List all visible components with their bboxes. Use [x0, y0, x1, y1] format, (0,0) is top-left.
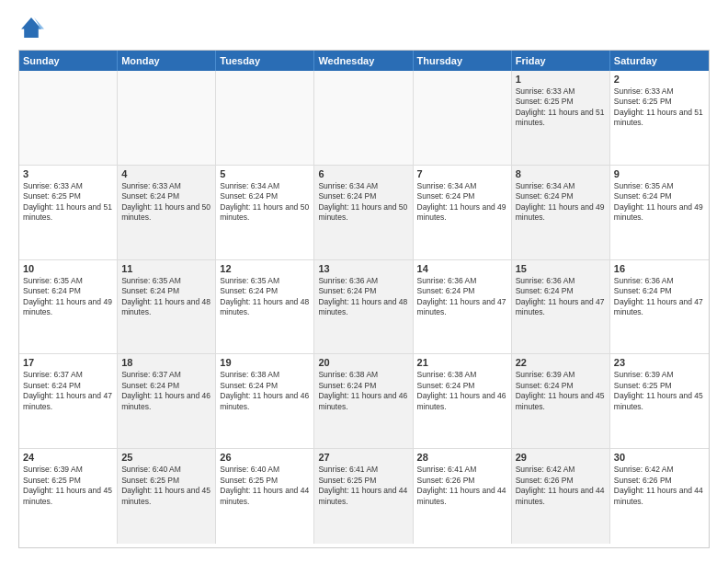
calendar-cell: 6Sunrise: 6:34 AM Sunset: 6:24 PM Daylig… — [314, 166, 413, 259]
day-info: Sunrise: 6:34 AM Sunset: 6:24 PM Dayligh… — [417, 181, 507, 224]
day-info: Sunrise: 6:34 AM Sunset: 6:24 PM Dayligh… — [516, 181, 606, 224]
day-number: 30 — [614, 452, 705, 463]
header-day-saturday: Saturday — [610, 51, 709, 71]
day-info: Sunrise: 6:41 AM Sunset: 6:26 PM Dayligh… — [417, 465, 507, 507]
day-number: 3 — [23, 168, 113, 179]
logo-icon — [18, 15, 44, 40]
calendar-cell: 12Sunrise: 6:35 AM Sunset: 6:24 PM Dayli… — [216, 260, 314, 354]
calendar-cell: 27Sunrise: 6:41 AM Sunset: 6:25 PM Dayli… — [314, 449, 413, 544]
page: SundayMondayTuesdayWednesdayThursdayFrid… — [0, 0, 728, 563]
day-number: 23 — [614, 357, 705, 368]
calendar-cell: 23Sunrise: 6:39 AM Sunset: 6:25 PM Dayli… — [610, 354, 709, 448]
day-info: Sunrise: 6:36 AM Sunset: 6:24 PM Dayligh… — [516, 276, 606, 318]
day-info: Sunrise: 6:35 AM Sunset: 6:24 PM Dayligh… — [614, 181, 705, 224]
calendar-cell: 3Sunrise: 6:33 AM Sunset: 6:25 PM Daylig… — [19, 166, 118, 259]
header-day-thursday: Thursday — [414, 51, 512, 71]
day-info: Sunrise: 6:37 AM Sunset: 6:24 PM Dayligh… — [121, 370, 211, 412]
calendar-cell: 9Sunrise: 6:35 AM Sunset: 6:24 PM Daylig… — [610, 166, 709, 259]
calendar-week-5: 24Sunrise: 6:39 AM Sunset: 6:25 PM Dayli… — [19, 449, 709, 544]
calendar-cell: 20Sunrise: 6:38 AM Sunset: 6:24 PM Dayli… — [314, 354, 413, 448]
calendar-cell: 29Sunrise: 6:42 AM Sunset: 6:26 PM Dayli… — [512, 449, 610, 544]
calendar-cell — [118, 71, 216, 165]
day-info: Sunrise: 6:36 AM Sunset: 6:24 PM Dayligh… — [614, 276, 705, 318]
day-number: 17 — [23, 357, 113, 368]
day-info: Sunrise: 6:42 AM Sunset: 6:26 PM Dayligh… — [516, 465, 606, 507]
calendar: SundayMondayTuesdayWednesdayThursdayFrid… — [18, 50, 710, 548]
calendar-cell: 18Sunrise: 6:37 AM Sunset: 6:24 PM Dayli… — [118, 354, 216, 448]
day-number: 10 — [23, 263, 113, 274]
day-number: 29 — [516, 452, 606, 463]
header-day-tuesday: Tuesday — [216, 51, 314, 71]
day-number: 15 — [516, 263, 606, 274]
calendar-week-1: 1Sunrise: 6:33 AM Sunset: 6:25 PM Daylig… — [19, 71, 709, 166]
calendar-cell: 24Sunrise: 6:39 AM Sunset: 6:25 PM Dayli… — [19, 449, 118, 544]
day-info: Sunrise: 6:34 AM Sunset: 6:24 PM Dayligh… — [220, 181, 310, 224]
day-number: 14 — [417, 263, 507, 274]
calendar-cell: 25Sunrise: 6:40 AM Sunset: 6:25 PM Dayli… — [118, 449, 216, 544]
day-number: 24 — [23, 452, 113, 463]
calendar-cell: 8Sunrise: 6:34 AM Sunset: 6:24 PM Daylig… — [512, 166, 610, 259]
day-info: Sunrise: 6:33 AM Sunset: 6:25 PM Dayligh… — [23, 181, 113, 224]
day-number: 19 — [220, 357, 310, 368]
day-info: Sunrise: 6:37 AM Sunset: 6:24 PM Dayligh… — [23, 370, 113, 412]
day-number: 21 — [417, 357, 507, 368]
day-number: 26 — [220, 452, 310, 463]
calendar-cell: 26Sunrise: 6:40 AM Sunset: 6:25 PM Dayli… — [216, 449, 314, 544]
calendar-cell: 11Sunrise: 6:35 AM Sunset: 6:24 PM Dayli… — [118, 260, 216, 354]
header-day-wednesday: Wednesday — [314, 51, 413, 71]
calendar-body: 1Sunrise: 6:33 AM Sunset: 6:25 PM Daylig… — [19, 71, 709, 544]
day-number: 18 — [121, 357, 211, 368]
calendar-cell: 15Sunrise: 6:36 AM Sunset: 6:24 PM Dayli… — [512, 260, 610, 354]
day-number: 9 — [614, 168, 705, 179]
day-number: 16 — [614, 263, 705, 274]
day-number: 12 — [220, 263, 310, 274]
day-number: 13 — [318, 263, 408, 274]
day-info: Sunrise: 6:35 AM Sunset: 6:24 PM Dayligh… — [121, 276, 211, 318]
header — [18, 15, 710, 40]
header-day-friday: Friday — [512, 51, 610, 71]
day-info: Sunrise: 6:33 AM Sunset: 6:25 PM Dayligh… — [614, 86, 705, 129]
day-number: 27 — [318, 452, 408, 463]
day-number: 6 — [318, 168, 408, 179]
calendar-cell: 30Sunrise: 6:42 AM Sunset: 6:26 PM Dayli… — [610, 449, 709, 544]
calendar-cell: 7Sunrise: 6:34 AM Sunset: 6:24 PM Daylig… — [414, 166, 512, 259]
svg-marker-0 — [21, 17, 41, 38]
day-number: 28 — [417, 452, 507, 463]
calendar-cell: 19Sunrise: 6:38 AM Sunset: 6:24 PM Dayli… — [216, 354, 314, 448]
day-number: 8 — [516, 168, 606, 179]
calendar-header: SundayMondayTuesdayWednesdayThursdayFrid… — [19, 51, 709, 71]
day-info: Sunrise: 6:40 AM Sunset: 6:25 PM Dayligh… — [220, 465, 310, 507]
calendar-cell: 4Sunrise: 6:33 AM Sunset: 6:24 PM Daylig… — [118, 166, 216, 259]
day-info: Sunrise: 6:33 AM Sunset: 6:24 PM Dayligh… — [121, 181, 211, 224]
day-info: Sunrise: 6:40 AM Sunset: 6:25 PM Dayligh… — [121, 465, 211, 507]
calendar-cell — [414, 71, 512, 165]
day-number: 1 — [516, 74, 606, 85]
header-day-monday: Monday — [118, 51, 216, 71]
day-number: 11 — [121, 263, 211, 274]
day-number: 20 — [318, 357, 408, 368]
calendar-cell: 2Sunrise: 6:33 AM Sunset: 6:25 PM Daylig… — [610, 71, 709, 165]
calendar-week-2: 3Sunrise: 6:33 AM Sunset: 6:25 PM Daylig… — [19, 166, 709, 260]
day-info: Sunrise: 6:35 AM Sunset: 6:24 PM Dayligh… — [23, 276, 113, 318]
day-info: Sunrise: 6:34 AM Sunset: 6:24 PM Dayligh… — [318, 181, 408, 224]
calendar-cell — [216, 71, 314, 165]
calendar-week-4: 17Sunrise: 6:37 AM Sunset: 6:24 PM Dayli… — [19, 354, 709, 449]
day-info: Sunrise: 6:33 AM Sunset: 6:25 PM Dayligh… — [516, 86, 606, 129]
day-number: 22 — [516, 357, 606, 368]
day-number: 5 — [220, 168, 310, 179]
day-info: Sunrise: 6:38 AM Sunset: 6:24 PM Dayligh… — [318, 370, 408, 412]
calendar-cell — [19, 71, 118, 165]
day-info: Sunrise: 6:41 AM Sunset: 6:25 PM Dayligh… — [318, 465, 408, 507]
header-day-sunday: Sunday — [19, 51, 118, 71]
day-info: Sunrise: 6:39 AM Sunset: 6:25 PM Dayligh… — [614, 370, 705, 412]
day-info: Sunrise: 6:38 AM Sunset: 6:24 PM Dayligh… — [220, 370, 310, 412]
day-info: Sunrise: 6:35 AM Sunset: 6:24 PM Dayligh… — [220, 276, 310, 318]
calendar-cell: 1Sunrise: 6:33 AM Sunset: 6:25 PM Daylig… — [512, 71, 610, 165]
calendar-cell — [314, 71, 413, 165]
calendar-cell: 28Sunrise: 6:41 AM Sunset: 6:26 PM Dayli… — [414, 449, 512, 544]
calendar-cell: 21Sunrise: 6:38 AM Sunset: 6:24 PM Dayli… — [414, 354, 512, 448]
day-info: Sunrise: 6:36 AM Sunset: 6:24 PM Dayligh… — [417, 276, 507, 318]
calendar-cell: 17Sunrise: 6:37 AM Sunset: 6:24 PM Dayli… — [19, 354, 118, 448]
calendar-cell: 14Sunrise: 6:36 AM Sunset: 6:24 PM Dayli… — [414, 260, 512, 354]
calendar-week-3: 10Sunrise: 6:35 AM Sunset: 6:24 PM Dayli… — [19, 260, 709, 355]
